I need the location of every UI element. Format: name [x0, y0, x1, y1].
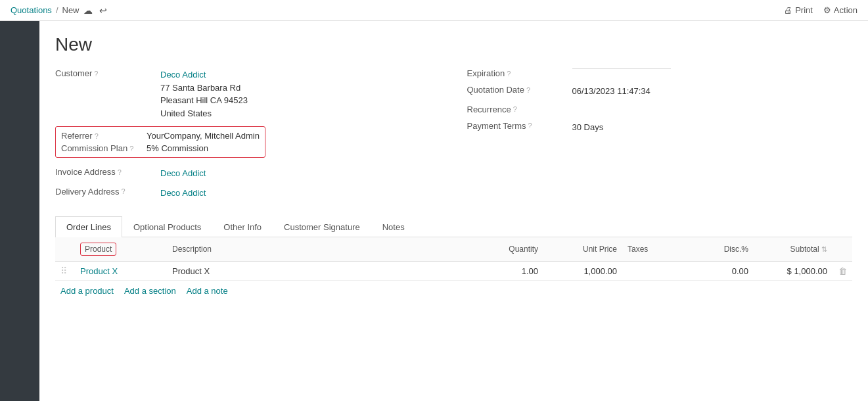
undo-button[interactable]: ↩	[99, 5, 107, 16]
table-row: ⠿ Product X Product X 1.00 1,000.00 0.00…	[55, 262, 852, 281]
action-button[interactable]: ⚙ Action	[823, 5, 857, 15]
expiration-label: Expiration ?	[467, 68, 572, 78]
invoice-address-help-icon: ?	[118, 168, 122, 176]
customer-row: Customer ? Deco Addict 77 Santa Barbara …	[55, 68, 441, 120]
recurrence-row: Recurrence ?	[467, 105, 853, 114]
print-label: Print	[795, 5, 813, 15]
breadcrumb-quotations[interactable]: Quotations	[11, 5, 52, 15]
customer-value: Deco Addict 77 Santa Barbara Rd Pleasant…	[160, 68, 248, 120]
customer-help-icon: ?	[94, 70, 98, 78]
add-note-link[interactable]: Add a note	[187, 286, 228, 296]
order-lines-table: Product Description Quantity Unit Price …	[55, 237, 852, 281]
delivery-address-row: Delivery Address ? Deco Addict	[55, 187, 441, 200]
topbar-right: 🖨 Print ⚙ Action	[784, 5, 857, 15]
commission-plan-row: Commission Plan ? 5% Commission	[61, 143, 260, 153]
referrer-help-icon: ?	[95, 132, 99, 140]
expiration-help-icon: ?	[507, 70, 511, 78]
subtotal-col-header: Subtotal ⇅	[754, 237, 833, 262]
actions-col-header	[833, 237, 852, 262]
recurrence-help-icon: ?	[513, 105, 517, 113]
print-icon: 🖨	[784, 5, 792, 15]
delete-cell[interactable]: 🗑	[833, 262, 852, 281]
form-section: Customer ? Deco Addict 77 Santa Barbara …	[55, 68, 852, 206]
cloud-icon: ☁	[83, 5, 93, 16]
form-right: Expiration ? Quotation Date ? 06/13/2023…	[467, 68, 853, 206]
invoice-address-row: Invoice Address ? Deco Addict	[55, 167, 441, 180]
commission-plan-label: Commission Plan ?	[61, 143, 147, 153]
referrer-value: YourCompany, Mitchell Admin	[147, 131, 260, 141]
sort-icon: ⇅	[821, 245, 827, 253]
description-col-header: Description	[167, 237, 478, 262]
topbar-left: Quotations / New ☁ ↩	[11, 5, 107, 16]
tab-customer-signature[interactable]: Customer Signature	[273, 216, 371, 237]
taxes-cell[interactable]	[622, 262, 701, 281]
description-cell: Product X	[167, 262, 478, 281]
delivery-address-help-icon: ?	[122, 187, 126, 195]
topbar-icons: ☁ ↩	[83, 5, 107, 16]
referrer-commission-section: Referrer ? YourCompany, Mitchell Admin C…	[55, 126, 441, 160]
add-product-link[interactable]: Add a product	[60, 286, 114, 296]
add-section-link[interactable]: Add a section	[124, 286, 176, 296]
main-container: New Customer ? Deco Addict 77 Santa Barb…	[0, 21, 868, 401]
commission-plan-help-icon: ?	[129, 145, 133, 153]
tab-optional-products[interactable]: Optional Products	[122, 216, 212, 237]
content-area: New Customer ? Deco Addict 77 Santa Barb…	[39, 21, 868, 401]
breadcrumb-current: New	[62, 5, 80, 15]
disc-cell[interactable]: 0.00	[701, 262, 754, 281]
undo-icon: ↩	[99, 5, 107, 16]
expiration-row: Expiration ?	[467, 68, 853, 78]
breadcrumb-separator: /	[56, 5, 58, 15]
delivery-address-label: Delivery Address ?	[55, 187, 160, 197]
form-left: Customer ? Deco Addict 77 Santa Barbara …	[55, 68, 441, 206]
recurrence-label: Recurrence ?	[467, 105, 572, 114]
sidebar	[0, 21, 39, 401]
quotation-date-label: Quotation Date ?	[467, 85, 572, 95]
unit-price-col-header: Unit Price	[543, 237, 622, 262]
referrer-box: Referrer ? YourCompany, Mitchell Admin C…	[55, 126, 265, 158]
invoice-address-value: Deco Addict	[160, 167, 206, 180]
action-label: Action	[834, 5, 857, 15]
product-col-header: Product	[75, 237, 167, 262]
quotation-date-row: Quotation Date ? 06/13/2023 11:47:34	[467, 85, 853, 98]
delivery-address-value: Deco Addict	[160, 187, 206, 200]
gear-icon: ⚙	[823, 5, 831, 15]
quotation-date-help-icon: ?	[526, 86, 530, 94]
payment-terms-help-icon: ?	[528, 122, 532, 130]
payment-terms-label: Payment Terms ?	[467, 121, 572, 131]
drag-handle-cell: ⠿	[55, 262, 75, 281]
taxes-col-header: Taxes	[622, 237, 701, 262]
quotation-date-value: 06/13/2023 11:47:34	[572, 85, 651, 98]
drag-handle-icon: ⠿	[60, 266, 67, 276]
tab-notes[interactable]: Notes	[371, 216, 416, 237]
quantity-cell[interactable]: 1.00	[478, 262, 543, 281]
quantity-col-header: Quantity	[478, 237, 543, 262]
add-links-row: Add a product Add a section Add a note	[55, 281, 852, 301]
referrer-label: Referrer ?	[61, 131, 147, 141]
payment-terms-row: Payment Terms ? 30 Days	[467, 121, 853, 134]
referrer-row: Referrer ? YourCompany, Mitchell Admin	[61, 131, 260, 141]
commission-plan-value: 5% Commission	[147, 143, 208, 153]
topbar: Quotations / New ☁ ↩ 🖨 Print ⚙ Action	[0, 0, 868, 21]
expiration-value[interactable]	[572, 68, 671, 69]
customer-label: Customer ?	[55, 68, 160, 78]
product-cell[interactable]: Product X	[75, 262, 167, 281]
product-header-box: Product	[80, 243, 116, 256]
page-title: New	[55, 34, 852, 55]
disc-col-header: Disc.%	[701, 237, 754, 262]
invoice-address-label: Invoice Address ?	[55, 167, 160, 177]
table-header-row: Product Description Quantity Unit Price …	[55, 237, 852, 262]
print-button[interactable]: 🖨 Print	[784, 5, 813, 15]
unit-price-cell[interactable]: 1,000.00	[543, 262, 622, 281]
drag-col-header	[55, 237, 75, 262]
tab-other-info[interactable]: Other Info	[212, 216, 273, 237]
tabs-bar: Order Lines Optional Products Other Info…	[55, 216, 852, 237]
subtotal-cell: $ 1,000.00	[754, 262, 833, 281]
tab-order-lines[interactable]: Order Lines	[55, 216, 122, 237]
payment-terms-value: 30 Days	[572, 121, 604, 134]
cloud-save-button[interactable]: ☁	[83, 5, 93, 16]
